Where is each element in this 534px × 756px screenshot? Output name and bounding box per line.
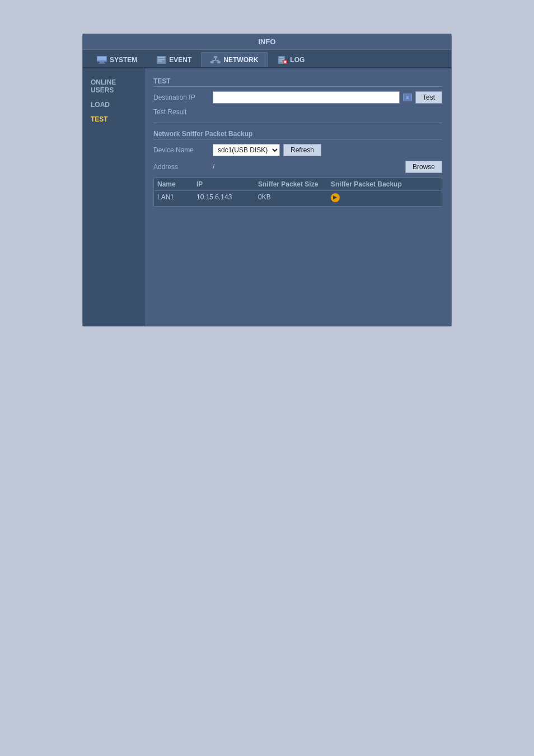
tab-network-label: NETWORK [223, 56, 258, 64]
svg-rect-8 [214, 56, 217, 58]
browse-button[interactable]: Browse [405, 161, 442, 173]
table-header: Name IP Sniffer Packet Size Sniffer Pack… [154, 178, 442, 191]
backup-start-icon[interactable] [331, 193, 340, 202]
device-name-label: Device Name [153, 146, 209, 154]
cell-ip-lan1: 10.15.6.143 [196, 193, 258, 204]
sniffer-table: Name IP Sniffer Packet Size Sniffer Pack… [153, 178, 442, 207]
system-icon [97, 56, 107, 64]
sidebar: ONLINE USERS LOAD TEST [83, 68, 144, 326]
sidebar-item-test[interactable]: TEST [83, 112, 144, 127]
device-name-select[interactable]: sdc1(USB DISK) [213, 144, 280, 156]
test-button[interactable]: Test [415, 91, 442, 104]
tab-event[interactable]: EVENT [147, 52, 201, 67]
device-name-row: Device Name sdc1(USB DISK) Refresh [153, 144, 442, 156]
table-row: LAN1 10.15.6.143 0KB [154, 191, 442, 206]
svg-rect-10 [217, 61, 221, 63]
tab-bar: SYSTEM EVENT [83, 50, 451, 68]
svg-rect-2 [100, 62, 104, 63]
test-result-group: Test Result [153, 108, 442, 116]
svg-rect-9 [210, 61, 214, 63]
tab-event-label: EVENT [169, 56, 191, 64]
event-icon [156, 56, 166, 64]
svg-rect-3 [99, 63, 105, 64]
col-header-size: Sniffer Packet Size [258, 180, 331, 188]
separator-1 [153, 123, 442, 123]
address-path-value: / [213, 163, 402, 171]
svg-line-12 [212, 60, 216, 61]
svg-line-13 [216, 60, 219, 61]
col-header-backup: Sniffer Packet Backup [331, 180, 438, 188]
test-icon: ≡ [403, 94, 412, 101]
refresh-button[interactable]: Refresh [283, 144, 321, 156]
title-bar: INFO [83, 34, 451, 50]
svg-rect-1 [97, 57, 106, 60]
sniffer-section-title: Network Sniffer Packet Backup [153, 130, 442, 139]
test-result-label: Test Result [153, 108, 209, 116]
col-header-name: Name [157, 180, 196, 188]
destination-ip-group: Destination IP ≡ Test [153, 91, 442, 104]
log-icon [277, 56, 287, 64]
content-area: ONLINE USERS LOAD TEST TEST Destination … [83, 68, 451, 326]
cell-name-lan1: LAN1 [157, 193, 196, 204]
main-window: INFO SYSTEM [82, 34, 452, 326]
main-content: TEST Destination IP ≡ Test Test Result N… [144, 68, 451, 326]
col-header-ip: IP [196, 180, 258, 188]
svg-rect-4 [157, 56, 166, 64]
address-label: Address [153, 163, 209, 171]
window-title: INFO [258, 38, 275, 46]
tab-system[interactable]: SYSTEM [87, 52, 147, 67]
address-row: Address / Browse [153, 161, 442, 173]
tab-log-label: LOG [290, 56, 305, 64]
tab-network[interactable]: NETWORK [201, 52, 268, 67]
destination-ip-label: Destination IP [153, 94, 209, 101]
sidebar-item-online-users[interactable]: ONLINE USERS [83, 75, 144, 97]
cell-backup-lan1[interactable] [331, 193, 438, 204]
network-icon [210, 56, 221, 64]
sidebar-item-load[interactable]: LOAD [83, 97, 144, 112]
destination-ip-input[interactable] [213, 91, 400, 104]
cell-size-lan1: 0KB [258, 193, 331, 204]
tab-log[interactable]: LOG [268, 52, 314, 67]
test-section-title: TEST [153, 77, 442, 87]
tab-system-label: SYSTEM [110, 56, 137, 64]
